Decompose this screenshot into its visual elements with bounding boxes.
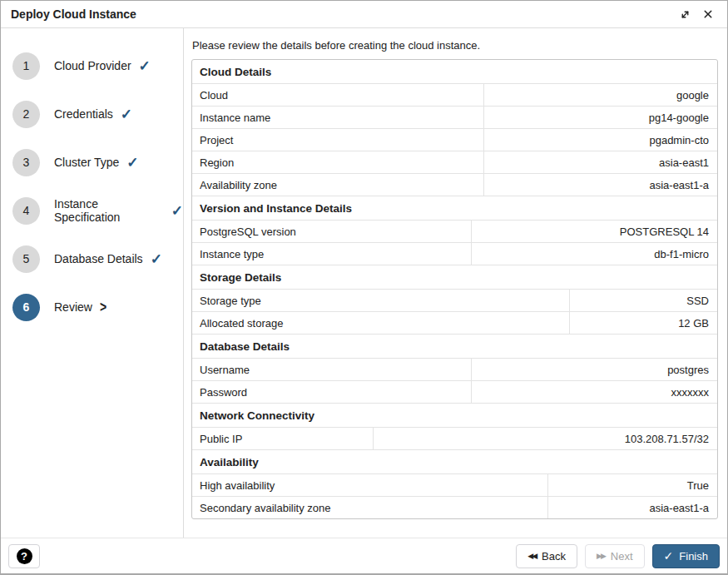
table-row: Public IP103.208.71.57/32 <box>192 427 717 449</box>
step-label: Review <box>54 300 92 314</box>
row-label: PostgreSQL version <box>192 221 472 242</box>
row-label: Instance name <box>192 107 484 128</box>
help-button[interactable]: ? <box>8 544 40 568</box>
help-icon: ? <box>17 548 32 564</box>
finish-button[interactable]: ✓ Finish <box>652 544 720 568</box>
row-label: High availability <box>192 474 548 496</box>
row-label: Region <box>192 151 484 173</box>
review-table: Cloud DetailsCloudgoogleInstance namepg1… <box>191 59 718 519</box>
next-button[interactable]: ▶▶ Next <box>585 544 645 568</box>
back-button[interactable]: ◀◀ Back <box>516 544 577 568</box>
row-value: pg14-google <box>484 107 717 128</box>
step-number-badge: 1 <box>12 52 40 80</box>
step-label: Cloud Provider <box>54 59 131 72</box>
row-value: postgres <box>472 359 717 380</box>
check-icon: ✓ <box>151 252 162 266</box>
section-header: Database Details <box>192 334 717 358</box>
row-value: 103.208.71.57/32 <box>374 428 717 449</box>
row-value: asia-east1-a <box>484 174 717 196</box>
row-label: Cloud <box>192 84 484 106</box>
step-number-badge: 6 <box>12 294 40 321</box>
step-number-badge: 5 <box>12 245 40 273</box>
row-value: 12 GB <box>570 312 717 334</box>
section-header: Cloud Details <box>192 60 717 83</box>
row-label: Public IP <box>192 428 374 449</box>
step-label: Cluster Type <box>54 156 119 169</box>
table-row: Instance typedb-f1-micro <box>192 242 717 265</box>
section-header: Availability <box>192 449 717 473</box>
step-label: Database Details <box>54 252 143 265</box>
maximize-icon[interactable] <box>676 5 694 23</box>
row-label: Availability zone <box>192 174 484 196</box>
row-value: asia-east1-a <box>548 497 717 518</box>
section-header: Network Connectivity <box>192 403 717 427</box>
row-label: Password <box>192 381 472 403</box>
row-label: Username <box>192 359 472 380</box>
table-row: Instance namepg14-google <box>192 106 717 128</box>
step-item-credentials[interactable]: 2Credentials✓ <box>1 90 183 138</box>
row-value: SSD <box>570 290 717 311</box>
row-label: Secondary availability zone <box>192 497 548 518</box>
step-item-review[interactable]: 6Review> <box>1 283 183 331</box>
step-item-instance-specification[interactable]: 4Instance Specification✓ <box>1 186 183 235</box>
check-icon: ✓ <box>121 107 132 121</box>
table-row: Secondary availability zoneasia-east1-a <box>192 496 717 518</box>
table-row: Cloudgoogle <box>192 83 717 106</box>
table-row: Storage typeSSD <box>192 289 717 311</box>
fast-forward-icon: ▶▶ <box>597 553 605 560</box>
dialog-titlebar: Deploy Cloud Instance <box>1 1 727 28</box>
row-value: asia-east1 <box>484 151 717 173</box>
close-icon[interactable] <box>699 5 717 23</box>
back-button-label: Back <box>542 550 566 563</box>
table-row: Availability zoneasia-east1-a <box>192 173 717 196</box>
dialog-title: Deploy Cloud Instance <box>11 7 136 21</box>
check-icon: ✓ <box>139 59 151 73</box>
check-icon: ✓ <box>171 204 183 218</box>
step-item-cluster-type[interactable]: 3Cluster Type✓ <box>1 138 183 186</box>
review-panel: Please review the details before creatin… <box>184 28 727 538</box>
check-icon: ✓ <box>664 550 674 562</box>
review-intro-text: Please review the details before creatin… <box>192 39 718 52</box>
section-header: Storage Details <box>192 265 717 289</box>
chevron-right-icon: > <box>100 300 106 315</box>
dialog-footer: ? ◀◀ Back ▶▶ Next ✓ Finish <box>1 538 727 573</box>
row-value: db-f1-micro <box>472 243 717 265</box>
table-row: High availabilityTrue <box>192 473 717 496</box>
next-button-label: Next <box>611 550 633 563</box>
row-value: google <box>484 84 717 106</box>
finish-button-label: Finish <box>679 550 708 563</box>
step-label: Credentials <box>54 107 113 121</box>
check-icon: ✓ <box>126 156 138 170</box>
row-value: xxxxxxx <box>472 381 717 403</box>
row-value: POSTGRESQL 14 <box>472 221 717 242</box>
step-number-badge: 2 <box>12 101 40 128</box>
step-item-database-details[interactable]: 5Database Details✓ <box>1 235 183 283</box>
step-number-badge: 3 <box>12 149 40 176</box>
rewind-icon: ◀◀ <box>527 553 536 560</box>
step-item-cloud-provider[interactable]: 1Cloud Provider✓ <box>1 42 183 90</box>
step-label: Instance Specification <box>54 197 164 224</box>
row-label: Project <box>192 129 484 151</box>
table-row: Passwordxxxxxxx <box>192 380 717 403</box>
row-label: Instance type <box>192 243 472 265</box>
row-label: Allocated storage <box>192 312 570 334</box>
dialog-body: 1Cloud Provider✓2Credentials✓3Cluster Ty… <box>1 28 727 538</box>
table-row: Regionasia-east1 <box>192 151 717 173</box>
step-number-badge: 4 <box>12 197 40 225</box>
table-row: Usernamepostgres <box>192 358 717 380</box>
section-header: Version and Instance Details <box>192 196 717 220</box>
row-value: pgadmin-cto <box>484 129 717 151</box>
table-row: PostgreSQL versionPOSTGRESQL 14 <box>192 220 717 242</box>
row-value: True <box>548 474 717 496</box>
wizard-steps: 1Cloud Provider✓2Credentials✓3Cluster Ty… <box>1 28 184 538</box>
table-row: Projectpgadmin-cto <box>192 128 717 151</box>
deploy-cloud-instance-dialog: Deploy Cloud Instance 1Cloud Provider✓2C… <box>0 0 728 575</box>
table-row: Allocated storage12 GB <box>192 311 717 334</box>
row-label: Storage type <box>192 290 570 311</box>
